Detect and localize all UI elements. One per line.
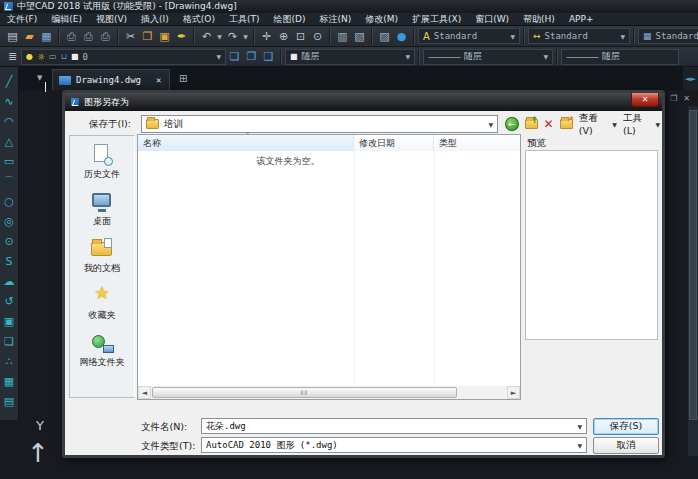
linetype-combo[interactable]: ———— 随层 ▼ [423,49,553,65]
sidebar-item-favorites[interactable]: ★ 收藏夹 [70,285,134,332]
line-icon[interactable]: ╱ [1,71,18,91]
cut-icon[interactable]: ✂ [122,28,139,45]
table-icon[interactable]: ▤ [1,391,18,411]
tools-menu-button[interactable]: 工具(L) ▼ [623,112,660,136]
paste-icon[interactable]: ▣ [156,28,173,45]
file-list[interactable]: 名称 ˆ 修改日期 类型 该文件夹为空。 ◄ ⦀⦀ ► [137,134,521,400]
save-in-combo[interactable]: 培训 ▼ [141,115,498,133]
tab-scroll-buttons[interactable]: ◄► [683,67,698,90]
menu-item-window[interactable]: 窗口(W) [468,13,516,26]
layer-combo[interactable]: ● ☼ ▭ ⊔ ■ 0 ▼ [21,49,226,65]
menu-item-modify[interactable]: 修改(M) [358,13,405,26]
tab-close-icon[interactable]: ✕ [156,75,161,85]
hatch-icon[interactable]: ▦ [1,371,18,391]
lineweight-combo[interactable]: ———— 随层 [561,49,679,65]
dim-style-combo[interactable]: ↔ Standard ▼ [528,28,630,44]
menu-item-view[interactable]: 视图(V) [89,13,134,26]
plot-preview-icon[interactable]: ⎙ [63,28,80,45]
document-window-controls[interactable]: ❐ ✕ [670,94,690,103]
redo-icon[interactable]: ↷ [224,28,241,45]
ellipse-icon[interactable]: ⊙ [1,231,18,251]
rotate-icon[interactable]: ↺ [1,291,18,311]
spline-icon[interactable]: S [1,251,18,271]
circle-icon[interactable]: ○ [1,191,18,211]
block-icon[interactable]: ❏ [1,331,18,351]
file-name-input[interactable] [206,421,577,431]
rectangle-icon[interactable]: ▭ [1,151,18,171]
file-name-combo[interactable]: ▼ [201,418,587,434]
close-window-icon[interactable]: ✕ [683,94,690,103]
point-icon[interactable]: ∴ [1,351,18,371]
donut-icon[interactable]: ◎ [1,211,18,231]
delete-button[interactable]: ✕ [544,117,554,131]
new-folder-button[interactable]: ✶ [560,119,573,129]
text-style-combo[interactable]: A Standard ▼ [418,28,520,44]
sidebar-item-desktop[interactable]: 桌面 [70,191,134,238]
scroll-right-icon[interactable]: ► [507,386,520,399]
redo-dropdown-icon[interactable]: ▼ [241,28,250,45]
sidebar-item-documents[interactable]: 我的文档 [70,238,134,285]
vertical-scrollbar[interactable] [688,106,698,456]
zoom-window-icon[interactable]: ⊡ [292,28,309,45]
copy-icon[interactable]: ❐ [139,28,156,45]
scroll-left-icon[interactable]: ◄ [138,386,151,399]
layer-previous-icon[interactable]: ❏ [226,48,243,65]
up-one-level-button[interactable]: ↑ [525,119,538,129]
undo-dropdown-icon[interactable]: ▼ [215,28,224,45]
menu-item-dimension[interactable]: 标注(N) [312,13,358,26]
match-properties-icon[interactable]: ✒ [173,28,190,45]
arc-3point-icon[interactable]: ⌒ [1,171,18,191]
menu-item-help[interactable]: 帮助(H) [516,13,562,26]
tab-list-dropdown-icon[interactable]: ▼ [37,74,42,82]
zoom-previous-icon[interactable]: ⊙ [309,28,326,45]
designcenter-icon[interactable]: ▨ [376,28,393,45]
menu-item-edit[interactable]: 编辑(E) [44,13,89,26]
quickcalc-icon[interactable]: ▧ [351,28,368,45]
menu-item-format[interactable]: 格式(O) [176,13,222,26]
layer-manager-icon[interactable]: ≣ [4,48,21,65]
publish-icon[interactable]: ⎙ [97,28,114,45]
menu-item-draw[interactable]: 绘图(D) [266,13,312,26]
table-style-combo[interactable]: ▦ Standard ▼ [638,28,698,44]
horizontal-scrollbar[interactable]: ◄ ⦀⦀ ► [138,386,520,399]
zoom-realtime-icon[interactable]: ⊕ [275,28,292,45]
column-header-date-modified[interactable]: 修改日期 [354,135,434,151]
file-type-combo[interactable]: AutoCAD 2010 图形 (*.dwg) ▼ [201,437,587,453]
revision-cloud-icon[interactable]: ☁ [1,271,18,291]
layer-states-icon[interactable]: ❐ [243,48,260,65]
menu-item-file[interactable]: 文件(F) [0,13,44,26]
arc-icon[interactable]: ◠ [1,111,18,131]
menu-item-app[interactable]: APP+ [562,14,601,24]
sidebar-item-history[interactable]: 历史文件 [70,144,134,191]
back-button[interactable]: ← [505,117,519,131]
pan-icon[interactable]: ✛ [258,28,275,45]
chevron-down-icon[interactable]: ▼ [577,442,582,449]
menu-item-tools[interactable]: 工具(T) [222,13,267,26]
column-header-name[interactable]: 名称 ˆ [138,135,354,151]
color-combo[interactable]: ■ 随层 ▼ [285,49,415,65]
tab-drawing4[interactable]: Drawing4.dwg ✕ [52,69,170,90]
save-icon[interactable]: ▦ [38,28,55,45]
menu-item-insert[interactable]: 插入(I) [134,13,176,26]
image-icon[interactable]: ▣ [1,311,18,331]
properties-icon[interactable]: ▥ [334,28,351,45]
scrollbar-thumb[interactable]: ⦀⦀ [152,387,457,398]
new-tab-icon[interactable]: ⊞ [179,73,187,84]
polygon-icon[interactable]: △ [1,131,18,151]
menu-item-express[interactable]: 扩展工具(X) [405,13,468,26]
sidebar-item-network[interactable]: 网络文件夹 [70,332,134,379]
scrollbar-thumb[interactable] [689,110,697,420]
cancel-button[interactable]: 取消 [593,437,659,454]
dialog-close-button[interactable]: ✕ [631,93,659,107]
view-menu-button[interactable]: 查看(V) ▼ [579,112,617,136]
plot-icon[interactable]: ⎙ [80,28,97,45]
save-button[interactable]: 保存(S) [593,418,659,435]
column-header-type[interactable]: 类型 [434,135,520,151]
undo-icon[interactable]: ↶ [198,28,215,45]
chevron-down-icon[interactable]: ▼ [577,423,582,430]
restore-window-icon[interactable]: ❐ [670,94,677,103]
layer-isolate-icon[interactable]: ❑ [260,48,277,65]
polyline-icon[interactable]: ∿ [1,91,18,111]
clean-screen-icon[interactable]: ● [393,28,410,45]
open-icon[interactable]: ▰ [21,28,38,45]
